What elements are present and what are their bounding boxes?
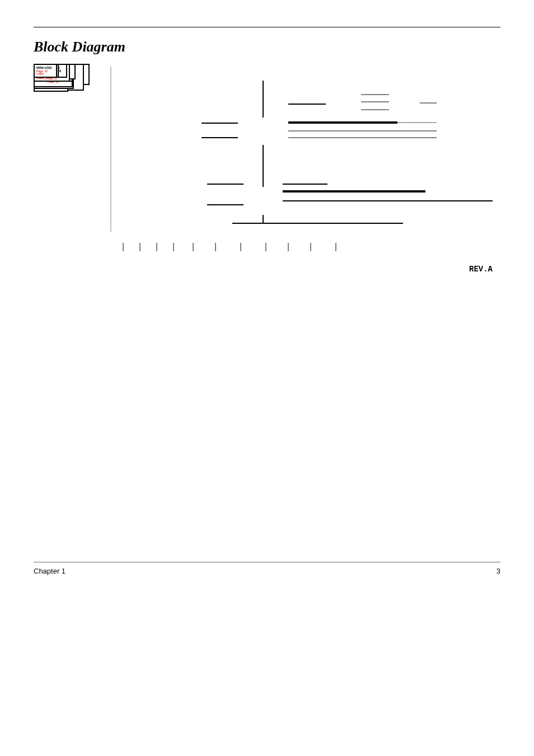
page-number: 3: [496, 567, 500, 575]
chapter-label: Chapter 1: [34, 567, 65, 575]
block-diagram: 5V / 3.3V / 12VPage : 35 1.8V / 0.9VPage…: [34, 64, 493, 271]
revision: REV.A: [469, 265, 493, 274]
mini-usb: MINI-USBPage: 22USB4: [34, 64, 57, 78]
page-title: Block Diagram: [34, 39, 500, 55]
